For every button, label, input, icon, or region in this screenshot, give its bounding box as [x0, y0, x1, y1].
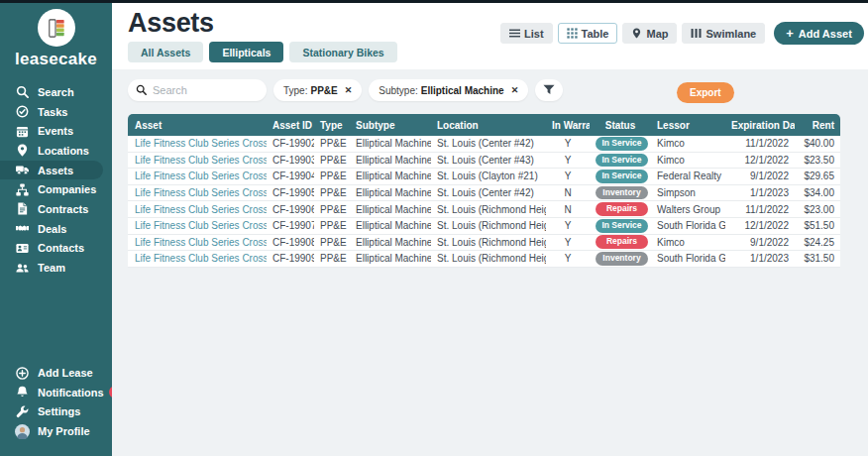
- cell-asset[interactable]: Life Fitness Club Series Cross Trainer: [128, 218, 267, 235]
- cell-rent: $34.00: [795, 185, 840, 202]
- funnel-icon: [543, 83, 555, 98]
- list-icon: [509, 28, 520, 39]
- sidebar-item-label: Tasks: [38, 106, 67, 118]
- sidebar: leasecake SearchTasksEventsLocationsAsse…: [0, 3, 112, 456]
- sidebar-item-settings[interactable]: Settings: [0, 402, 112, 422]
- cell-type: PP&E: [314, 153, 350, 170]
- sidebar-item-locations[interactable]: Locations: [0, 141, 112, 161]
- table-row: Life Fitness Club Series Cross TrainerCF…: [128, 251, 840, 268]
- cell-location: St. Louis (Richmond Heights #16): [431, 251, 546, 268]
- status-badge: In Service: [596, 137, 648, 151]
- cell-rent: $31.50: [795, 251, 840, 268]
- cell-in-warranty: N: [546, 185, 590, 202]
- cell-subtype: Elliptical Machine: [350, 235, 431, 252]
- table-header-row: AssetAsset IDTypeSubtypeLocationIn Warra…: [128, 114, 840, 136]
- sidebar-item-search[interactable]: Search: [0, 82, 112, 102]
- chip-label: Type:: [283, 85, 307, 96]
- add-asset-button[interactable]: +Add Asset: [774, 22, 864, 45]
- cell-asset[interactable]: Life Fitness Club Series Cross Trainer: [128, 169, 267, 185]
- cell-rent: $40.00: [795, 136, 840, 153]
- cell-expiration-date: 1/1/2023: [725, 251, 795, 268]
- table-row: Life Fitness Club Series Cross TrainerCF…: [128, 235, 840, 252]
- cell-location: St. Louis (Center #42): [431, 136, 546, 153]
- status-badge: In Service: [596, 154, 648, 168]
- tab-ellipticals[interactable]: Ellipticals: [209, 42, 283, 62]
- cell-asset-id: CF-19904: [267, 169, 314, 185]
- events-icon: [14, 125, 30, 138]
- sidebar-item-label: Settings: [38, 405, 80, 417]
- table-row: Life Fitness Club Series Cross TrainerCF…: [128, 185, 840, 202]
- cell-lessor: Walters Group: [651, 201, 725, 218]
- sidebar-item-tasks[interactable]: Tasks: [0, 102, 112, 122]
- sidebar-item-my-profile[interactable]: My Profile: [0, 421, 112, 441]
- chip-value: PP&E: [310, 85, 337, 96]
- notifications-icon: [14, 386, 30, 399]
- cell-asset[interactable]: Life Fitness Club Series Cross Trainer: [128, 185, 267, 202]
- add-lease-icon: [14, 367, 30, 380]
- column-header-in-warranty: In Warranty: [546, 114, 590, 136]
- export-button[interactable]: Export: [677, 82, 734, 103]
- leasecake-logo-icon[interactable]: [38, 9, 75, 47]
- main-panel: Assets ListTableMapSwimlane+Add Asset Al…: [112, 3, 868, 456]
- view-switcher: ListTableMapSwimlane+Add Asset: [500, 22, 864, 45]
- cell-type: PP&E: [314, 136, 350, 153]
- close-icon[interactable]: ✕: [511, 85, 519, 95]
- cell-expiration-date: 9/1/2022: [725, 169, 795, 185]
- view-button-label: Table: [582, 28, 609, 40]
- view-button-list[interactable]: List: [500, 23, 553, 44]
- sidebar-item-add-lease[interactable]: Add Lease: [0, 363, 112, 383]
- sidebar-item-deals[interactable]: Deals: [0, 219, 112, 239]
- sidebar-item-companies[interactable]: Companies: [0, 179, 112, 199]
- view-button-map[interactable]: Map: [622, 23, 677, 44]
- search-input-wrap: [128, 79, 267, 101]
- close-icon[interactable]: ✕: [345, 85, 353, 95]
- cell-status: Repairs: [590, 235, 651, 252]
- cell-in-warranty: N: [546, 201, 590, 218]
- chip-label: Subtype:: [379, 85, 417, 96]
- cell-location: St. Louis (Clayton #21): [431, 169, 546, 185]
- view-button-swimlane[interactable]: Swimlane: [682, 23, 765, 44]
- cell-asset[interactable]: Life Fitness Club Series Cross Trainer: [128, 251, 267, 268]
- sidebar-item-events[interactable]: Events: [0, 121, 112, 141]
- cell-asset[interactable]: Life Fitness Club Series Cross Trainer: [128, 153, 267, 170]
- search-input[interactable]: [153, 84, 259, 96]
- table-body: Life Fitness Club Series Cross TrainerCF…: [128, 136, 840, 268]
- sidebar-item-contacts[interactable]: Contacts: [0, 239, 112, 259]
- sidebar-item-label: Contacts: [38, 242, 84, 254]
- cell-location: St. Louis (Center #42): [431, 185, 546, 202]
- view-button-table[interactable]: Table: [558, 23, 618, 44]
- column-header-asset: Asset: [128, 114, 267, 136]
- cell-status: Inventory: [590, 251, 651, 268]
- tab-stationary-bikes[interactable]: Stationary Bikes: [289, 42, 396, 62]
- column-header-lessor: Lessor: [651, 114, 725, 136]
- sidebar-item-assets[interactable]: Assets: [0, 161, 103, 180]
- page-title: Assets: [128, 8, 214, 39]
- sidebar-item-label: Locations: [38, 145, 89, 157]
- map-icon: [631, 28, 642, 39]
- sidebar-item-label: Notifications: [38, 387, 104, 399]
- filter-button[interactable]: [535, 79, 563, 101]
- cell-lessor: Kimco: [651, 136, 725, 153]
- plus-icon: +: [786, 27, 794, 40]
- cell-in-warranty: Y: [546, 218, 590, 235]
- cell-asset[interactable]: Life Fitness Club Series Cross Trainer: [128, 136, 267, 153]
- table-icon: [567, 28, 578, 39]
- sidebar-item-contracts[interactable]: Contracts: [0, 199, 112, 219]
- cell-status: Inventory: [590, 185, 651, 202]
- filter-chip-type-[interactable]: Type:PP&E✕: [273, 79, 362, 101]
- cell-in-warranty: Y: [546, 153, 590, 170]
- cell-lessor: Kimco: [651, 153, 725, 170]
- cell-type: PP&E: [314, 169, 350, 185]
- cell-expiration-date: 9/1/2022: [725, 235, 795, 252]
- tab-all-assets[interactable]: All Assets: [128, 42, 203, 62]
- cell-asset-id: CF-19903: [267, 153, 314, 170]
- sidebar-item-notifications[interactable]: Notifications2: [0, 383, 112, 402]
- cell-asset[interactable]: Life Fitness Club Series Cross Trainer: [128, 201, 267, 218]
- sidebar-footer-nav: Add LeaseNotifications2SettingsMy Profil…: [0, 363, 112, 456]
- cell-lessor: Kimco: [651, 235, 725, 252]
- cell-subtype: Elliptical Machine: [350, 136, 431, 153]
- cell-lessor: Federal Realty: [651, 169, 725, 185]
- filter-chip-subtype-[interactable]: Subtype:Elliptical Machine✕: [369, 79, 528, 101]
- cell-asset[interactable]: Life Fitness Club Series Cross Trainer: [128, 235, 267, 252]
- sidebar-item-team[interactable]: Team: [0, 258, 112, 278]
